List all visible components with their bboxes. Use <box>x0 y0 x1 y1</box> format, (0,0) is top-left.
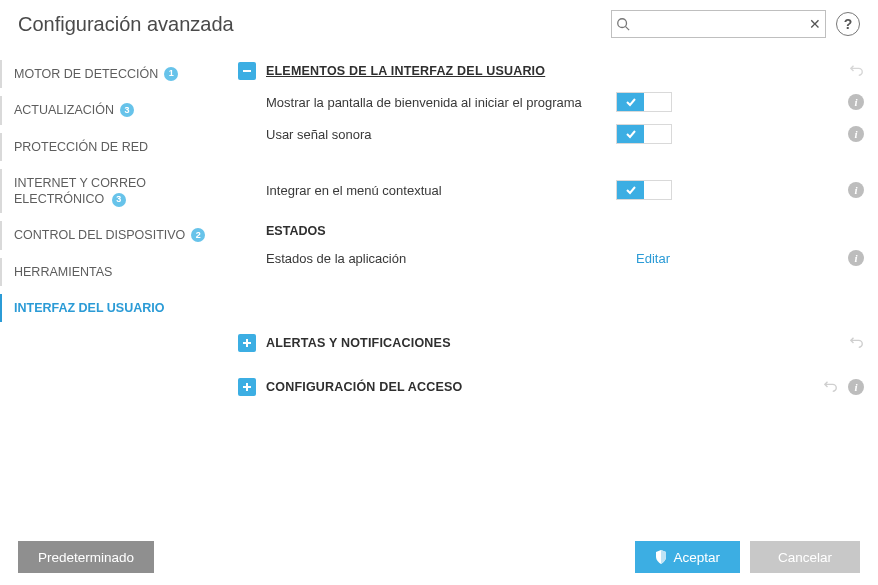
sidebar-item-label: ACTUALIZACIÓN <box>14 102 114 118</box>
svg-rect-2 <box>243 70 251 72</box>
sidebar-item-label: CONTROL DEL DISPOSITIVO <box>14 227 185 243</box>
sidebar-item-internet-email[interactable]: INTERNET Y CORREO ELECTRÓNICO 3 <box>0 165 232 218</box>
ok-button[interactable]: Aceptar <box>635 541 740 573</box>
subheading-states: ESTADOS <box>238 206 864 244</box>
row-label: Estados de la aplicación <box>266 251 606 266</box>
button-label: Aceptar <box>673 550 720 565</box>
search-clear-icon[interactable]: ✕ <box>805 16 825 32</box>
sidebar-item-label: INTERNET Y CORREO ELECTRÓNICO <box>14 176 146 206</box>
advanced-settings-window: Configuración avanzada ✕ ? MOTOR DE DETE… <box>0 0 878 585</box>
footer: Predeterminado Aceptar Cancelar <box>0 529 878 585</box>
body: MOTOR DE DETECCIÓN 1 ACTUALIZACIÓN 3 PRO… <box>0 52 878 529</box>
cancel-button[interactable]: Cancelar <box>750 541 860 573</box>
badge: 1 <box>164 67 178 81</box>
section-header[interactable]: ELEMENTOS DE LA INTERFAZ DEL USUARIO <box>238 56 864 86</box>
sidebar-item-update[interactable]: ACTUALIZACIÓN 3 <box>0 92 232 128</box>
badge: 3 <box>112 193 126 207</box>
sidebar-item-network-protection[interactable]: PROTECCIÓN DE RED <box>0 129 232 165</box>
page-title: Configuración avanzada <box>18 13 234 36</box>
header: Configuración avanzada ✕ ? <box>0 0 878 52</box>
info-icon[interactable]: i <box>848 250 864 266</box>
section-title: ELEMENTOS DE LA INTERFAZ DEL USUARIO <box>266 64 545 78</box>
sidebar-item-label: INTERFAZ DEL USUARIO <box>14 300 164 316</box>
sidebar-item-tools[interactable]: HERRAMIENTAS <box>0 254 232 290</box>
sidebar-item-user-interface[interactable]: INTERFAZ DEL USUARIO <box>0 290 232 326</box>
section-header[interactable]: ALERTAS Y NOTIFICACIONES <box>238 328 864 358</box>
expand-icon[interactable] <box>238 334 256 352</box>
sidebar: MOTOR DE DETECCIÓN 1 ACTUALIZACIÓN 3 PRO… <box>0 52 232 529</box>
row-label: Usar señal sonora <box>266 127 606 142</box>
default-button[interactable]: Predeterminado <box>18 541 154 573</box>
row-sound-signal: Usar señal sonora i <box>238 118 864 150</box>
help-icon: ? <box>844 16 853 32</box>
section-header[interactable]: CONFIGURACIÓN DEL ACCESO i <box>238 372 864 402</box>
button-label: Predeterminado <box>38 550 134 565</box>
search-input[interactable] <box>633 12 805 36</box>
edit-link[interactable]: Editar <box>636 251 670 266</box>
row-label: Mostrar la pantalla de bienvenida al ini… <box>266 95 606 110</box>
info-icon[interactable]: i <box>848 182 864 198</box>
section-access-config: CONFIGURACIÓN DEL ACCESO i <box>238 372 864 402</box>
expand-icon[interactable] <box>238 378 256 396</box>
svg-rect-4 <box>243 342 251 344</box>
check-icon <box>617 181 644 199</box>
info-icon[interactable]: i <box>848 94 864 110</box>
help-button[interactable]: ? <box>836 12 860 36</box>
sidebar-item-detection-engine[interactable]: MOTOR DE DETECCIÓN 1 <box>0 56 232 92</box>
svg-line-1 <box>625 27 629 31</box>
svg-point-0 <box>617 19 626 28</box>
undo-icon[interactable] <box>850 64 864 78</box>
row-application-states: Estados de la aplicación Editar i <box>238 244 864 272</box>
row-splash-screen: Mostrar la pantalla de bienvenida al ini… <box>238 86 864 118</box>
shield-icon <box>655 550 667 564</box>
section-title: CONFIGURACIÓN DEL ACCESO <box>266 380 462 394</box>
badge: 2 <box>191 228 205 242</box>
toggle-sound-signal[interactable] <box>616 124 672 144</box>
sidebar-item-label: MOTOR DE DETECCIÓN <box>14 66 158 82</box>
section-title: ALERTAS Y NOTIFICACIONES <box>266 336 451 350</box>
info-icon[interactable]: i <box>848 379 864 395</box>
search-field[interactable]: ✕ <box>611 10 826 38</box>
toggle-context-menu[interactable] <box>616 180 672 200</box>
check-icon <box>617 93 644 111</box>
section-ui-elements: ELEMENTOS DE LA INTERFAZ DEL USUARIO Mos… <box>238 56 864 272</box>
undo-icon[interactable] <box>850 336 864 350</box>
search-icon <box>612 17 633 31</box>
svg-rect-6 <box>243 386 251 388</box>
collapse-icon[interactable] <box>238 62 256 80</box>
row-context-menu: Integrar en el menú contextual i <box>238 174 864 206</box>
toggle-splash-screen[interactable] <box>616 92 672 112</box>
sidebar-item-label: PROTECCIÓN DE RED <box>14 139 148 155</box>
sidebar-item-device-control[interactable]: CONTROL DEL DISPOSITIVO 2 <box>0 217 232 253</box>
sidebar-item-label: HERRAMIENTAS <box>14 264 112 280</box>
row-label: Integrar en el menú contextual <box>266 183 606 198</box>
button-label: Cancelar <box>778 550 832 565</box>
content-panel: ELEMENTOS DE LA INTERFAZ DEL USUARIO Mos… <box>232 52 878 529</box>
section-alerts: ALERTAS Y NOTIFICACIONES <box>238 328 864 358</box>
info-icon[interactable]: i <box>848 126 864 142</box>
undo-icon[interactable] <box>824 380 838 394</box>
check-icon <box>617 125 644 143</box>
badge: 3 <box>120 103 134 117</box>
